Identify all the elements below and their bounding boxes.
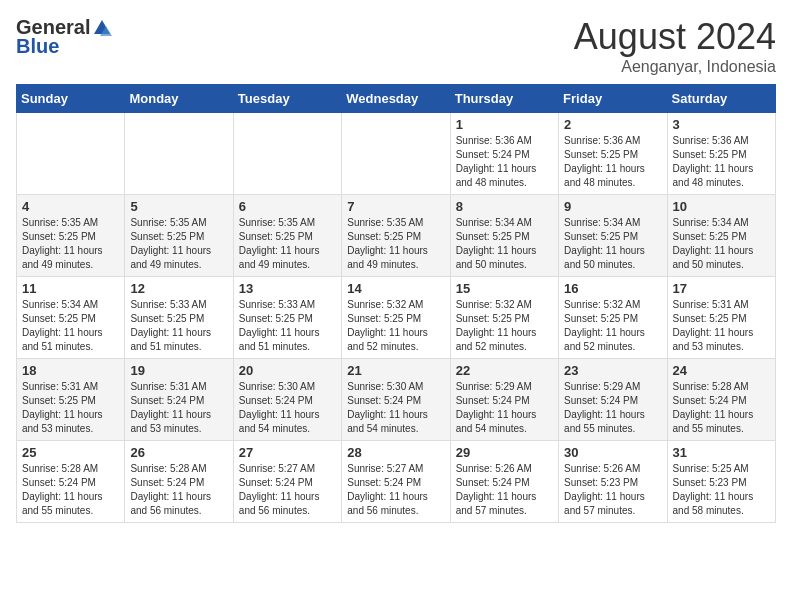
calendar-cell: 17Sunrise: 5:31 AM Sunset: 5:25 PM Dayli… [667,277,775,359]
day-number: 21 [347,363,444,378]
day-number: 5 [130,199,227,214]
day-info: Sunrise: 5:35 AM Sunset: 5:25 PM Dayligh… [22,216,119,272]
day-info: Sunrise: 5:26 AM Sunset: 5:24 PM Dayligh… [456,462,553,518]
calendar-cell: 28Sunrise: 5:27 AM Sunset: 5:24 PM Dayli… [342,441,450,523]
day-header-monday: Monday [125,85,233,113]
day-number: 8 [456,199,553,214]
calendar-cell: 8Sunrise: 5:34 AM Sunset: 5:25 PM Daylig… [450,195,558,277]
day-info: Sunrise: 5:35 AM Sunset: 5:25 PM Dayligh… [347,216,444,272]
day-number: 17 [673,281,770,296]
day-number: 14 [347,281,444,296]
day-info: Sunrise: 5:27 AM Sunset: 5:24 PM Dayligh… [347,462,444,518]
day-number: 29 [456,445,553,460]
day-info: Sunrise: 5:30 AM Sunset: 5:24 PM Dayligh… [347,380,444,436]
day-info: Sunrise: 5:25 AM Sunset: 5:23 PM Dayligh… [673,462,770,518]
calendar-cell: 1Sunrise: 5:36 AM Sunset: 5:24 PM Daylig… [450,113,558,195]
day-number: 16 [564,281,661,296]
calendar-cell: 4Sunrise: 5:35 AM Sunset: 5:25 PM Daylig… [17,195,125,277]
calendar-cell: 14Sunrise: 5:32 AM Sunset: 5:25 PM Dayli… [342,277,450,359]
calendar-cell: 27Sunrise: 5:27 AM Sunset: 5:24 PM Dayli… [233,441,341,523]
day-number: 20 [239,363,336,378]
calendar-cell [233,113,341,195]
calendar-cell: 20Sunrise: 5:30 AM Sunset: 5:24 PM Dayli… [233,359,341,441]
day-number: 24 [673,363,770,378]
calendar-cell [342,113,450,195]
day-info: Sunrise: 5:30 AM Sunset: 5:24 PM Dayligh… [239,380,336,436]
day-number: 23 [564,363,661,378]
day-number: 25 [22,445,119,460]
calendar-cell: 25Sunrise: 5:28 AM Sunset: 5:24 PM Dayli… [17,441,125,523]
day-info: Sunrise: 5:29 AM Sunset: 5:24 PM Dayligh… [456,380,553,436]
calendar-cell: 16Sunrise: 5:32 AM Sunset: 5:25 PM Dayli… [559,277,667,359]
day-info: Sunrise: 5:31 AM Sunset: 5:25 PM Dayligh… [22,380,119,436]
calendar-cell: 5Sunrise: 5:35 AM Sunset: 5:25 PM Daylig… [125,195,233,277]
day-number: 28 [347,445,444,460]
calendar-week-row: 25Sunrise: 5:28 AM Sunset: 5:24 PM Dayli… [17,441,776,523]
day-number: 18 [22,363,119,378]
calendar-cell: 7Sunrise: 5:35 AM Sunset: 5:25 PM Daylig… [342,195,450,277]
day-info: Sunrise: 5:35 AM Sunset: 5:25 PM Dayligh… [130,216,227,272]
day-info: Sunrise: 5:31 AM Sunset: 5:25 PM Dayligh… [673,298,770,354]
day-info: Sunrise: 5:34 AM Sunset: 5:25 PM Dayligh… [564,216,661,272]
location-subtitle: Aenganyar, Indonesia [574,58,776,76]
logo: General Blue [16,16,112,58]
calendar-cell: 19Sunrise: 5:31 AM Sunset: 5:24 PM Dayli… [125,359,233,441]
calendar-cell: 23Sunrise: 5:29 AM Sunset: 5:24 PM Dayli… [559,359,667,441]
day-number: 22 [456,363,553,378]
calendar-cell [125,113,233,195]
calendar-cell: 22Sunrise: 5:29 AM Sunset: 5:24 PM Dayli… [450,359,558,441]
day-header-thursday: Thursday [450,85,558,113]
day-number: 2 [564,117,661,132]
day-info: Sunrise: 5:36 AM Sunset: 5:24 PM Dayligh… [456,134,553,190]
day-number: 4 [22,199,119,214]
calendar-cell [17,113,125,195]
calendar-cell: 3Sunrise: 5:36 AM Sunset: 5:25 PM Daylig… [667,113,775,195]
logo-blue-text: Blue [16,35,59,58]
day-info: Sunrise: 5:34 AM Sunset: 5:25 PM Dayligh… [673,216,770,272]
calendar-week-row: 4Sunrise: 5:35 AM Sunset: 5:25 PM Daylig… [17,195,776,277]
calendar-cell: 15Sunrise: 5:32 AM Sunset: 5:25 PM Dayli… [450,277,558,359]
calendar-cell: 6Sunrise: 5:35 AM Sunset: 5:25 PM Daylig… [233,195,341,277]
calendar-cell: 24Sunrise: 5:28 AM Sunset: 5:24 PM Dayli… [667,359,775,441]
day-info: Sunrise: 5:32 AM Sunset: 5:25 PM Dayligh… [456,298,553,354]
calendar-cell: 18Sunrise: 5:31 AM Sunset: 5:25 PM Dayli… [17,359,125,441]
day-number: 11 [22,281,119,296]
day-info: Sunrise: 5:28 AM Sunset: 5:24 PM Dayligh… [673,380,770,436]
calendar-cell: 13Sunrise: 5:33 AM Sunset: 5:25 PM Dayli… [233,277,341,359]
day-info: Sunrise: 5:28 AM Sunset: 5:24 PM Dayligh… [22,462,119,518]
day-header-wednesday: Wednesday [342,85,450,113]
calendar-cell: 21Sunrise: 5:30 AM Sunset: 5:24 PM Dayli… [342,359,450,441]
calendar-week-row: 1Sunrise: 5:36 AM Sunset: 5:24 PM Daylig… [17,113,776,195]
day-number: 30 [564,445,661,460]
day-number: 26 [130,445,227,460]
day-number: 3 [673,117,770,132]
day-header-friday: Friday [559,85,667,113]
page-header: General Blue August 2024 Aenganyar, Indo… [16,16,776,76]
calendar-cell: 12Sunrise: 5:33 AM Sunset: 5:25 PM Dayli… [125,277,233,359]
logo-icon [92,18,112,38]
calendar-cell: 30Sunrise: 5:26 AM Sunset: 5:23 PM Dayli… [559,441,667,523]
day-info: Sunrise: 5:32 AM Sunset: 5:25 PM Dayligh… [347,298,444,354]
day-header-tuesday: Tuesday [233,85,341,113]
day-header-saturday: Saturday [667,85,775,113]
day-number: 27 [239,445,336,460]
day-number: 10 [673,199,770,214]
calendar-cell: 2Sunrise: 5:36 AM Sunset: 5:25 PM Daylig… [559,113,667,195]
day-number: 6 [239,199,336,214]
day-number: 1 [456,117,553,132]
day-number: 31 [673,445,770,460]
day-info: Sunrise: 5:27 AM Sunset: 5:24 PM Dayligh… [239,462,336,518]
day-info: Sunrise: 5:34 AM Sunset: 5:25 PM Dayligh… [456,216,553,272]
title-area: August 2024 Aenganyar, Indonesia [574,16,776,76]
calendar-header-row: SundayMondayTuesdayWednesdayThursdayFrid… [17,85,776,113]
calendar-cell: 11Sunrise: 5:34 AM Sunset: 5:25 PM Dayli… [17,277,125,359]
day-number: 19 [130,363,227,378]
calendar-week-row: 11Sunrise: 5:34 AM Sunset: 5:25 PM Dayli… [17,277,776,359]
calendar-cell: 26Sunrise: 5:28 AM Sunset: 5:24 PM Dayli… [125,441,233,523]
calendar-cell: 29Sunrise: 5:26 AM Sunset: 5:24 PM Dayli… [450,441,558,523]
day-number: 12 [130,281,227,296]
day-info: Sunrise: 5:35 AM Sunset: 5:25 PM Dayligh… [239,216,336,272]
day-info: Sunrise: 5:29 AM Sunset: 5:24 PM Dayligh… [564,380,661,436]
day-info: Sunrise: 5:28 AM Sunset: 5:24 PM Dayligh… [130,462,227,518]
calendar-cell: 9Sunrise: 5:34 AM Sunset: 5:25 PM Daylig… [559,195,667,277]
